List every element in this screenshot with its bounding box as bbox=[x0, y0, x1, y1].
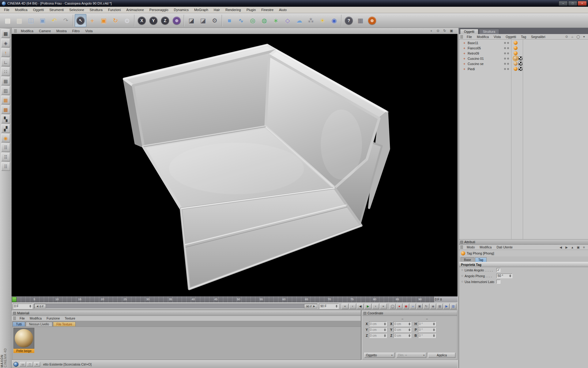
spinner-down-icon[interactable] bbox=[384, 336, 386, 338]
timeline-ruler-track[interactable]: 51015202530354045505560657075808590 bbox=[12, 297, 434, 302]
lock-y-axis-button[interactable]: Y bbox=[148, 14, 159, 27]
tag-icons[interactable] bbox=[512, 56, 522, 60]
om-menu-file[interactable]: File bbox=[464, 35, 474, 39]
record-scale-button[interactable]: ▣ bbox=[417, 304, 423, 309]
viewport-menu-filtro[interactable]: Filtro bbox=[70, 29, 82, 33]
new-scene-button[interactable]: ▤ bbox=[2, 14, 13, 27]
spinner-up-icon[interactable] bbox=[384, 328, 386, 330]
field-spinner[interactable] bbox=[384, 328, 386, 332]
close-button[interactable]: × bbox=[578, 1, 587, 6]
maximize-window-button[interactable]: □ bbox=[27, 362, 33, 366]
attr-menu-dati-utente[interactable]: Dati Utente bbox=[494, 245, 515, 249]
up-icon[interactable]: ▲ bbox=[570, 245, 575, 249]
save-scene-button[interactable]: ◫ bbox=[25, 14, 37, 27]
materials-list[interactable]: Pelle beige bbox=[12, 326, 361, 360]
next-frame-button[interactable]: › bbox=[372, 304, 379, 309]
spinner-down-icon[interactable] bbox=[384, 324, 386, 326]
attr-tab-base[interactable]: Base bbox=[461, 257, 474, 262]
play-button[interactable]: ▶ bbox=[364, 304, 371, 309]
attr-menu-modo[interactable]: Modo bbox=[464, 245, 477, 249]
attr-menu-modifica[interactable]: Modifica bbox=[477, 245, 494, 249]
color-picker-button[interactable]: ◉ bbox=[1, 134, 10, 142]
spinner-up-icon[interactable] bbox=[409, 333, 410, 335]
rotation-h-field[interactable]: 0 ° bbox=[418, 321, 436, 326]
tag-icons[interactable] bbox=[512, 67, 522, 71]
uvw-tag-icon[interactable] bbox=[518, 62, 522, 66]
menu-strumenti[interactable]: Strumenti bbox=[47, 7, 66, 12]
material-tag-icon[interactable] bbox=[514, 56, 518, 60]
last-tool-button[interactable]: ⊙ bbox=[121, 14, 133, 27]
size-z-field[interactable]: 0 cm bbox=[394, 333, 411, 338]
editor-visibility-dot[interactable] bbox=[504, 42, 506, 44]
spinner-down-icon[interactable] bbox=[409, 330, 410, 332]
visibility-dots[interactable] bbox=[501, 42, 512, 44]
attributes-header[interactable]: Attributi bbox=[459, 240, 588, 245]
materials-tab-nessun-livello[interactable]: Nessun Livello bbox=[26, 322, 52, 326]
position-x-value[interactable]: 0 cm bbox=[370, 322, 384, 326]
tab-oggetti[interactable]: Oggetti bbox=[460, 29, 478, 34]
menu-struttura[interactable]: Struttura bbox=[87, 7, 105, 12]
coord-system-button[interactable]: ⊕ bbox=[171, 14, 183, 27]
toggle-view-icon[interactable]: ▣ bbox=[449, 29, 454, 33]
phong-tag-icon[interactable] bbox=[514, 67, 518, 71]
phong-tag-icon[interactable] bbox=[514, 46, 518, 50]
viewport-3d[interactable] bbox=[12, 34, 458, 296]
coordinate-mode-dropdown[interactable]: Oggetto ▾ bbox=[364, 353, 394, 358]
size-x-field[interactable]: 0 cm bbox=[394, 321, 411, 326]
record-pla-button[interactable]: ▦ bbox=[437, 304, 443, 309]
array-tool-button[interactable]: ∷ bbox=[1, 67, 10, 76]
end-frame-value[interactable]: 90 F bbox=[320, 305, 335, 308]
spinner-down-icon[interactable] bbox=[433, 330, 435, 332]
ruler-frame-field[interactable]: 0 F bbox=[434, 297, 458, 302]
editor-visibility-dot[interactable] bbox=[504, 47, 506, 49]
search-icon[interactable]: ⊙ bbox=[564, 35, 569, 39]
field-spinner[interactable] bbox=[409, 322, 410, 326]
usa-interruzioni-lato-checkbox[interactable] bbox=[496, 280, 500, 284]
size-mode-dropdown[interactable]: Dim. + ▾ bbox=[396, 353, 427, 358]
visibility-dots[interactable] bbox=[501, 63, 512, 65]
rotation-p-value[interactable]: 0 ° bbox=[419, 328, 433, 332]
phong-tag-icon[interactable] bbox=[514, 41, 518, 45]
uv-polygon-mode-button[interactable]: ▞ bbox=[1, 124, 10, 133]
play-mode-button[interactable]: ▶ bbox=[443, 304, 450, 309]
tag-icons[interactable] bbox=[512, 62, 522, 66]
grip-handle[interactable] bbox=[460, 35, 463, 39]
box-grid-tool-button[interactable]: ▥ bbox=[1, 86, 10, 95]
tag-icons[interactable] bbox=[512, 51, 518, 55]
grip-handle[interactable] bbox=[14, 29, 17, 33]
materials-menu-texture[interactable]: Texture bbox=[62, 316, 77, 320]
live-selection-button[interactable]: ↖ bbox=[75, 14, 86, 27]
object-row-fianco05[interactable]: ＋Fianco05 bbox=[459, 45, 588, 51]
render-visibility-dot[interactable] bbox=[507, 58, 509, 59]
object-row-retro09[interactable]: ＋Retro09 bbox=[459, 51, 588, 56]
current-frame-value[interactable]: 0 F bbox=[14, 305, 29, 308]
spinner-down-icon[interactable] bbox=[509, 276, 511, 278]
bookmark-icon[interactable]: ▾ bbox=[582, 35, 586, 39]
menu-oggetti[interactable]: Oggetti bbox=[30, 7, 47, 12]
spinner-up-icon[interactable] bbox=[509, 274, 511, 276]
render-visibility-dot[interactable] bbox=[507, 52, 509, 54]
field-spinner[interactable] bbox=[433, 333, 435, 338]
uvw-tag-icon[interactable] bbox=[518, 67, 522, 71]
spinner-up-icon[interactable] bbox=[409, 328, 410, 330]
ruler-frame-spinner[interactable] bbox=[440, 297, 442, 302]
menu-selezione[interactable]: Selezione bbox=[66, 7, 87, 12]
move-tool-button[interactable]: ＋ bbox=[86, 14, 98, 27]
viewport-menu-camere[interactable]: Camere bbox=[36, 29, 54, 33]
range-start-thumb[interactable]: ◀ 0 F bbox=[34, 304, 46, 309]
add-modeling-button[interactable]: ∗ bbox=[270, 14, 282, 27]
solo-mode-button[interactable]: ▥ bbox=[450, 304, 456, 309]
coordinates-header[interactable]: Coordinate bbox=[362, 311, 457, 316]
add-environment-button[interactable]: ☁ bbox=[293, 14, 305, 27]
om-menu-vista[interactable]: Vista bbox=[491, 35, 503, 39]
add-generator-button[interactable]: ◎ bbox=[247, 14, 258, 27]
visibility-dots[interactable] bbox=[501, 52, 512, 54]
angolo-phong-field[interactable]: 50 ° bbox=[496, 274, 512, 278]
record-position-button[interactable]: ＋ bbox=[410, 304, 416, 309]
spinner-up-icon[interactable] bbox=[433, 322, 435, 324]
online-updater-button[interactable]: ⊕ bbox=[366, 14, 378, 27]
menu-plugin[interactable]: Plugin bbox=[244, 7, 259, 12]
current-frame-marker[interactable] bbox=[12, 297, 17, 302]
spinner-up-icon[interactable] bbox=[384, 322, 386, 324]
position-x-field[interactable]: 0 cm bbox=[369, 321, 387, 326]
